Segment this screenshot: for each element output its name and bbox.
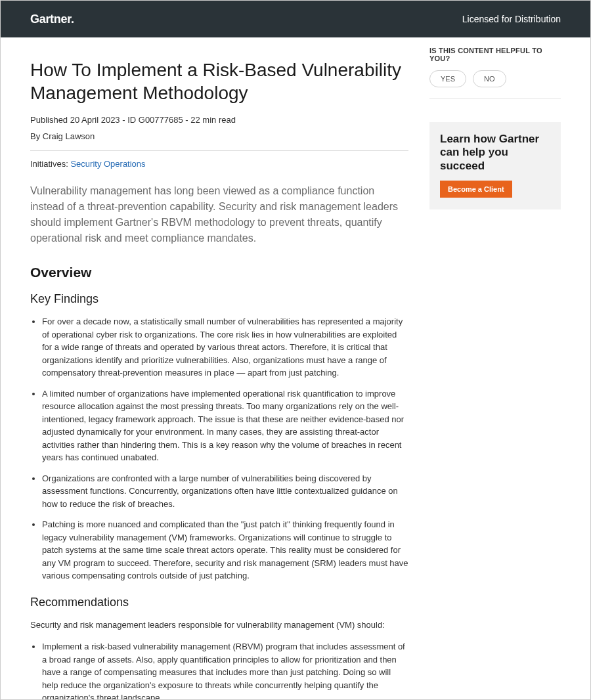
sidebar-divider — [429, 98, 561, 98]
article-meta: Published 20 April 2023 - ID G00777685 -… — [30, 115, 408, 125]
recommendations-heading: Recommendations — [30, 596, 408, 609]
list-item: For over a decade now, a statistically s… — [42, 315, 408, 380]
promo-box: Learn how Gartner can help you succeed B… — [429, 122, 561, 209]
key-findings-heading: Key Findings — [30, 292, 408, 306]
brand-dot: . — [71, 12, 74, 26]
recommendations-list: Implement a risk-based vulnerability man… — [30, 640, 408, 700]
licensed-label: Licensed for Distribution — [462, 14, 561, 24]
initiatives-row: Initiatives: Security Operations — [30, 159, 408, 169]
main-column: How To Implement a Risk-Based Vulnerabil… — [30, 45, 408, 700]
vote-yes-button[interactable]: YES — [429, 70, 466, 87]
list-item: A limited number of organizations have i… — [42, 387, 408, 464]
vote-no-button[interactable]: NO — [473, 70, 506, 87]
brand-text: Gartner — [30, 12, 71, 26]
list-item: Organizations are confronted with a larg… — [42, 472, 408, 511]
recommendations-lead: Security and risk management leaders res… — [30, 619, 408, 632]
promo-title: Learn how Gartner can help you succeed — [440, 133, 550, 173]
overview-heading: Overview — [30, 265, 408, 280]
helpful-label: IS THIS CONTENT HELPFUL TO YOU? — [429, 47, 561, 62]
key-findings-list: For over a decade now, a statistically s… — [30, 315, 408, 582]
divider — [30, 150, 408, 151]
initiatives-label: Initiatives: — [30, 159, 70, 169]
vote-row: YES NO — [429, 70, 561, 87]
initiatives-link[interactable]: Security Operations — [70, 159, 145, 169]
article-summary: Vulnerability management has long been v… — [30, 183, 408, 246]
article-author: By Craig Lawson — [30, 131, 408, 141]
page-title: How To Implement a Risk-Based Vulnerabil… — [30, 58, 408, 104]
become-client-button[interactable]: Become a Client — [440, 181, 512, 198]
brand-logo: Gartner. — [30, 12, 74, 26]
sidebar: IS THIS CONTENT HELPFUL TO YOU? YES NO L… — [429, 45, 561, 700]
list-item: Patching is more nuanced and complicated… — [42, 518, 408, 582]
topbar: Gartner. Licensed for Distribution — [1, 1, 590, 37]
list-item: Implement a risk-based vulnerability man… — [42, 640, 408, 700]
layout: How To Implement a Risk-Based Vulnerabil… — [1, 37, 590, 700]
